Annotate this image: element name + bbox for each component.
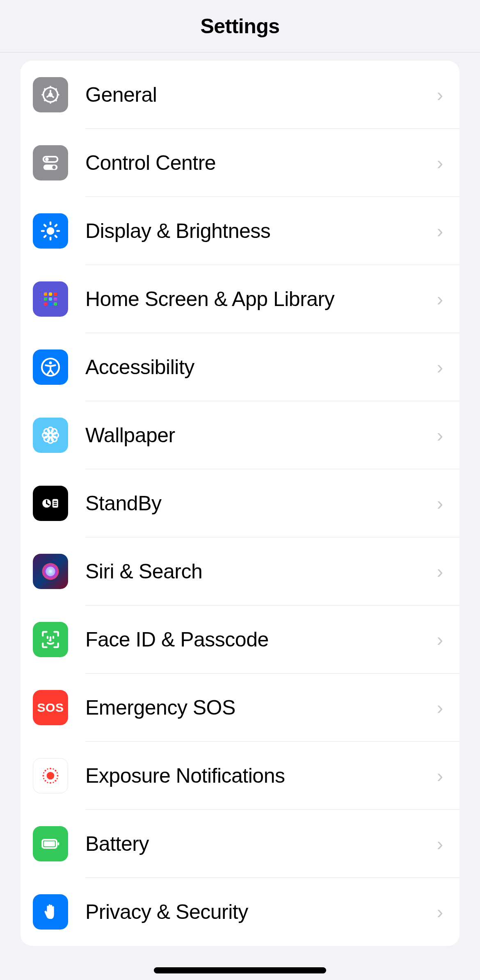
svg-point-58 <box>42 775 44 777</box>
svg-line-12 <box>47 95 50 97</box>
svg-point-64 <box>47 768 48 770</box>
settings-item-general[interactable]: General › <box>21 61 459 129</box>
svg-rect-31 <box>54 297 57 301</box>
svg-point-67 <box>53 782 54 783</box>
svg-point-62 <box>45 780 46 781</box>
svg-point-70 <box>57 772 58 773</box>
svg-point-60 <box>45 770 46 772</box>
chevron-right-icon: › <box>437 765 443 787</box>
settings-item-exposure-notifications[interactable]: Exposure Notifications › <box>21 742 459 810</box>
svg-point-68 <box>43 772 44 773</box>
standby-icon <box>33 486 68 521</box>
svg-point-69 <box>43 778 44 779</box>
switches-icon <box>33 145 68 180</box>
settings-item-accessibility[interactable]: Accessibility › <box>21 333 459 401</box>
settings-item-control-centre[interactable]: Control Centre › <box>21 129 459 197</box>
svg-line-22 <box>44 225 46 226</box>
item-label: Control Centre <box>85 151 437 175</box>
settings-item-battery[interactable]: Battery › <box>21 810 459 878</box>
svg-point-55 <box>47 772 55 780</box>
svg-point-63 <box>55 770 56 772</box>
settings-item-wallpaper[interactable]: Wallpaper › <box>21 401 459 469</box>
svg-line-6 <box>44 89 46 90</box>
svg-point-65 <box>53 768 54 770</box>
svg-point-17 <box>47 227 55 235</box>
chevron-right-icon: › <box>437 628 443 651</box>
svg-point-52 <box>46 567 55 576</box>
svg-rect-74 <box>58 842 59 845</box>
svg-line-11 <box>50 95 54 98</box>
svg-point-37 <box>48 433 52 437</box>
svg-rect-29 <box>44 297 47 301</box>
item-label: Siri & Search <box>85 560 437 583</box>
item-label: Exposure Notifications <box>85 764 437 788</box>
svg-rect-33 <box>49 302 52 306</box>
svg-rect-27 <box>49 292 52 296</box>
page-title: Settings <box>200 14 279 38</box>
chevron-right-icon: › <box>437 697 443 719</box>
chevron-right-icon: › <box>437 356 443 378</box>
svg-line-25 <box>55 225 57 226</box>
item-label: Display & Brightness <box>85 219 437 243</box>
svg-point-59 <box>57 775 58 777</box>
exposure-icon <box>33 758 68 793</box>
chevron-right-icon: › <box>437 492 443 514</box>
svg-rect-73 <box>44 841 55 847</box>
sos-icon: SOS <box>33 690 68 725</box>
svg-rect-26 <box>44 292 47 296</box>
chevron-right-icon: › <box>437 152 443 174</box>
item-label: Accessibility <box>85 355 437 379</box>
hand-icon <box>33 894 68 930</box>
chevron-right-icon: › <box>437 833 443 855</box>
item-label: Face ID & Passcode <box>85 628 437 651</box>
face-id-icon <box>33 622 68 657</box>
chevron-right-icon: › <box>437 424 443 446</box>
battery-icon <box>33 826 68 861</box>
brightness-icon <box>33 213 68 249</box>
svg-line-24 <box>44 236 46 237</box>
chevron-right-icon: › <box>437 560 443 583</box>
svg-line-7 <box>55 100 57 101</box>
chevron-right-icon: › <box>437 288 443 310</box>
svg-point-61 <box>55 780 56 781</box>
svg-point-56 <box>50 768 51 769</box>
svg-point-14 <box>45 158 49 161</box>
home-indicator[interactable] <box>154 967 326 973</box>
svg-rect-30 <box>49 297 52 301</box>
svg-line-9 <box>55 89 57 90</box>
settings-item-standby[interactable]: StandBy › <box>21 469 459 537</box>
item-label: StandBy <box>85 491 437 515</box>
svg-rect-32 <box>44 302 47 306</box>
svg-line-8 <box>44 100 46 101</box>
svg-point-66 <box>47 782 48 783</box>
item-label: Emergency SOS <box>85 696 437 720</box>
gear-icon <box>33 77 68 112</box>
chevron-right-icon: › <box>437 220 443 242</box>
svg-point-57 <box>50 782 51 784</box>
svg-rect-28 <box>54 292 57 296</box>
item-label: Home Screen & App Library <box>85 287 437 311</box>
svg-rect-34 <box>54 302 57 306</box>
settings-item-display-brightness[interactable]: Display & Brightness › <box>21 197 459 265</box>
settings-item-privacy-security[interactable]: Privacy & Security › <box>21 878 459 946</box>
settings-item-home-screen[interactable]: Home Screen & App Library › <box>21 265 459 333</box>
chevron-right-icon: › <box>437 901 443 923</box>
accessibility-icon <box>33 350 68 385</box>
svg-line-23 <box>55 236 57 237</box>
svg-point-36 <box>49 361 52 364</box>
item-label: Wallpaper <box>85 423 437 447</box>
item-label: General <box>85 83 437 107</box>
siri-icon <box>33 554 68 589</box>
flower-icon <box>33 418 68 453</box>
settings-item-emergency-sos[interactable]: SOS Emergency SOS › <box>21 674 459 742</box>
header: Settings <box>0 0 480 53</box>
app-grid-icon <box>33 281 68 317</box>
settings-item-siri-search[interactable]: Siri & Search › <box>21 537 459 605</box>
svg-point-71 <box>57 778 58 779</box>
svg-point-16 <box>52 166 56 169</box>
settings-item-face-id[interactable]: Face ID & Passcode › <box>21 605 459 674</box>
item-label: Privacy & Security <box>85 900 437 924</box>
settings-list: General › Control Centre › <box>21 61 459 946</box>
chevron-right-icon: › <box>437 84 443 106</box>
item-label: Battery <box>85 832 437 856</box>
